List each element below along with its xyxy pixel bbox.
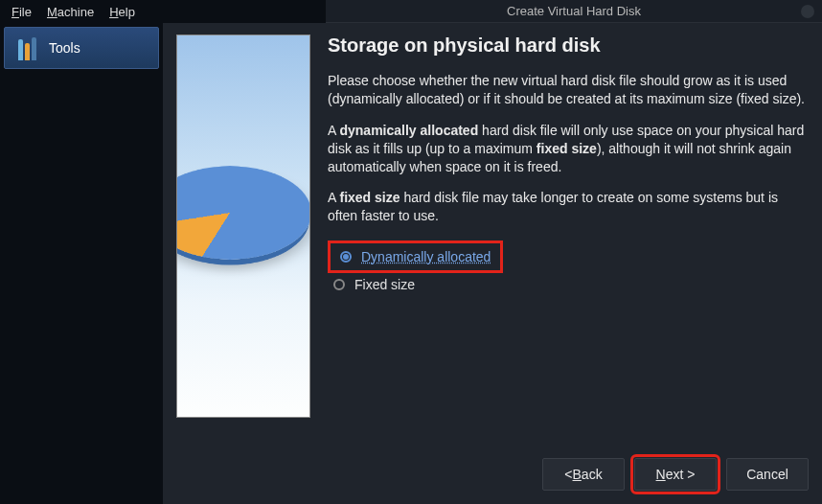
text-fragment: A bbox=[328, 190, 339, 205]
menu-file[interactable]: File bbox=[6, 3, 37, 21]
description-paragraph-1: Please choose whether the new virtual ha… bbox=[328, 72, 809, 108]
radio-option-dynamic[interactable]: Dynamically allocated bbox=[334, 245, 496, 268]
radio-option-fixed[interactable]: Fixed size bbox=[328, 273, 809, 296]
menu-machine[interactable]: Machine bbox=[41, 3, 100, 21]
text-fragment: A bbox=[328, 123, 339, 138]
disk-pie-icon bbox=[176, 166, 310, 260]
text-bold: fixed size bbox=[339, 190, 400, 205]
sidebar-item-label: Tools bbox=[49, 40, 80, 56]
dialog-area: Storage on physical hard disk Please cho… bbox=[163, 23, 822, 504]
dialog-content: Storage on physical hard disk Please cho… bbox=[328, 34, 809, 439]
description-paragraph-2: A dynamically allocated hard disk file w… bbox=[328, 122, 809, 176]
highlight-dynamic-option: Dynamically allocated bbox=[328, 241, 503, 273]
storage-type-radio-group: Dynamically allocated Fixed size bbox=[328, 241, 809, 296]
cancel-button[interactable]: Cancel bbox=[726, 458, 809, 491]
tools-icon bbox=[14, 35, 39, 60]
text-bold: fixed size bbox=[537, 141, 597, 156]
sidebar-item-tools[interactable]: Tools bbox=[4, 27, 159, 69]
text-bold: dynamically allocated bbox=[339, 123, 478, 138]
dialog-title: Create Virtual Hard Disk bbox=[507, 4, 641, 18]
radio-icon bbox=[333, 279, 345, 290]
back-button[interactable]: < Back bbox=[542, 458, 625, 491]
sidebar: Tools bbox=[0, 23, 163, 504]
app-menubar: File Machine Help bbox=[0, 0, 163, 23]
radio-label: Dynamically allocated bbox=[361, 249, 491, 264]
menu-help[interactable]: Help bbox=[103, 3, 141, 21]
radio-icon bbox=[340, 251, 352, 263]
wizard-button-row: < Back Next > Cancel bbox=[176, 458, 809, 491]
dialog-titlebar: Create Virtual Hard Disk bbox=[326, 0, 822, 23]
radio-label: Fixed size bbox=[354, 277, 415, 292]
next-button[interactable]: Next > bbox=[634, 458, 717, 491]
wizard-illustration bbox=[176, 34, 310, 418]
close-icon[interactable] bbox=[801, 5, 814, 18]
description-paragraph-3: A fixed size hard disk file may take lon… bbox=[328, 189, 809, 225]
page-heading: Storage on physical hard disk bbox=[328, 34, 809, 57]
